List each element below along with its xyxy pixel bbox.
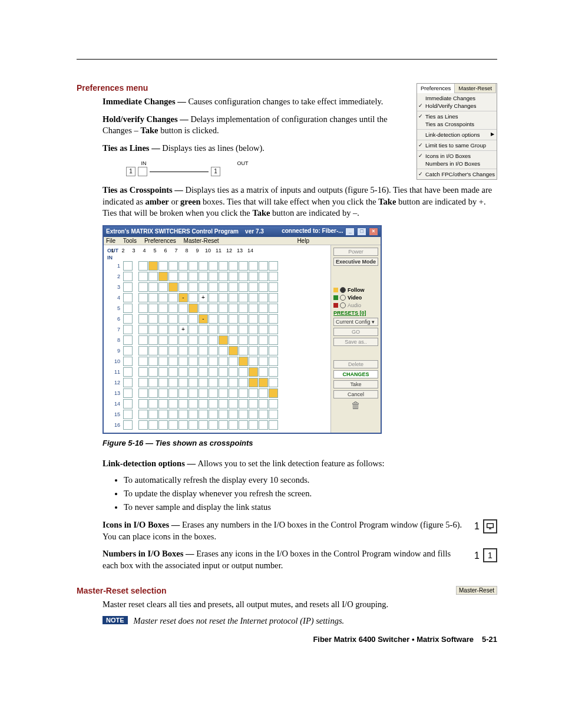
crosspoint-cell[interactable]	[178, 272, 188, 281]
crosspoint-cell[interactable]	[158, 357, 168, 366]
crosspoint-cell[interactable]	[148, 378, 158, 387]
crosspoint-cell[interactable]	[219, 420, 228, 430]
crosspoint-cell[interactable]	[158, 261, 168, 271]
tab-master-reset[interactable]: Master-Reset	[455, 84, 496, 93]
crosspoint-cell[interactable]	[168, 293, 178, 302]
crosspoint-cell[interactable]	[189, 357, 198, 366]
crosspoint-cell[interactable]	[239, 367, 248, 377]
crosspoint-cell[interactable]	[168, 410, 178, 419]
menu-master-reset[interactable]: Master-Reset	[184, 238, 219, 244]
crosspoint-cell[interactable]	[148, 335, 158, 345]
crosspoint-cell[interactable]	[249, 272, 258, 281]
crosspoint-cell[interactable]	[168, 282, 178, 292]
crosspoint-cell[interactable]	[219, 399, 228, 409]
crosspoint-cell[interactable]	[209, 410, 218, 419]
crosspoint-cell[interactable]	[259, 325, 268, 334]
prefs-item[interactable]: Immediate Changes	[417, 94, 497, 102]
crosspoint-cell[interactable]	[138, 410, 148, 419]
crosspoint-cell[interactable]	[199, 378, 208, 387]
crosspoint-cell[interactable]	[249, 367, 258, 377]
crosspoint-cell[interactable]	[259, 261, 268, 271]
crosspoint-cell[interactable]	[219, 357, 228, 366]
crosspoint-cell[interactable]	[239, 346, 248, 355]
crosspoint-cell[interactable]	[209, 261, 218, 271]
crosspoint-cell[interactable]	[249, 346, 258, 355]
crosspoint-cell[interactable]	[178, 304, 188, 313]
crosspoint-cell[interactable]	[259, 410, 268, 419]
crosspoint-cell[interactable]	[148, 325, 158, 334]
crosspoint-cell[interactable]	[138, 378, 148, 387]
crosspoint-cell[interactable]	[229, 304, 238, 313]
crosspoint-cell[interactable]	[239, 282, 248, 292]
crosspoint-cell[interactable]	[269, 378, 278, 387]
crosspoint-cell[interactable]	[219, 325, 228, 334]
crosspoint-cell[interactable]	[148, 367, 158, 377]
crosspoint-cell[interactable]	[199, 282, 208, 292]
crosspoint-cell[interactable]	[189, 378, 198, 387]
crosspoint-cell[interactable]	[148, 357, 158, 366]
crosspoint-cell[interactable]	[178, 282, 188, 292]
crosspoint-cell[interactable]	[229, 314, 238, 324]
audio-radio[interactable]: Audio	[333, 302, 378, 308]
crosspoint-cell[interactable]	[219, 272, 228, 281]
crosspoint-cell[interactable]	[269, 346, 278, 355]
crosspoint-cell[interactable]	[269, 367, 278, 377]
crosspoint-cell[interactable]	[189, 304, 198, 313]
crosspoint-cell[interactable]	[209, 325, 218, 334]
crosspoint-cell[interactable]	[148, 346, 158, 355]
crosspoint-cell[interactable]	[168, 420, 178, 430]
executive-mode-button[interactable]: Executive Mode	[333, 258, 378, 266]
close-icon[interactable]: ×	[369, 228, 378, 236]
crosspoint-cell[interactable]	[249, 378, 258, 387]
crosspoint-cell[interactable]	[148, 272, 158, 281]
crosspoint-cell[interactable]	[259, 346, 268, 355]
crosspoint-cell[interactable]	[229, 399, 238, 409]
crosspoint-cell[interactable]	[239, 335, 248, 345]
crosspoint-cell[interactable]	[269, 272, 278, 281]
crosspoint-cell[interactable]	[199, 420, 208, 430]
crosspoint-cell[interactable]	[239, 272, 248, 281]
cancel-button[interactable]: Cancel	[333, 390, 378, 398]
crosspoint-cell[interactable]	[249, 293, 258, 302]
crosspoint-cell[interactable]	[219, 367, 228, 377]
crosspoint-cell[interactable]	[209, 346, 218, 355]
prefs-item[interactable]: ✓Limit ties to same Group	[417, 141, 497, 149]
crosspoint-cell[interactable]	[209, 357, 218, 366]
crosspoint-cell[interactable]	[138, 335, 148, 345]
minimize-icon[interactable]: _	[345, 228, 355, 236]
crosspoint-cell[interactable]	[269, 388, 278, 398]
take-button[interactable]: Take	[333, 380, 378, 388]
crosspoint-cell[interactable]	[229, 261, 238, 271]
crosspoint-cell[interactable]	[168, 304, 178, 313]
crosspoint-cell[interactable]	[158, 325, 168, 334]
prefs-item[interactable]: ✓Ties as Lines	[417, 113, 497, 120]
crosspoint-cell[interactable]	[229, 335, 238, 345]
crosspoint-cell[interactable]	[259, 367, 268, 377]
crosspoint-cell[interactable]	[138, 346, 148, 355]
crosspoint-cell[interactable]	[158, 346, 168, 355]
crosspoint-cell[interactable]	[209, 399, 218, 409]
power-button[interactable]: Power	[333, 248, 378, 256]
crosspoint-cell[interactable]	[138, 272, 148, 281]
crosspoint-cell[interactable]	[189, 261, 198, 271]
crosspoint-cell[interactable]	[249, 420, 258, 430]
crosspoint-cell[interactable]	[239, 293, 248, 302]
crosspoint-cell[interactable]	[239, 399, 248, 409]
prefs-item[interactable]: ✓Catch FPC/other's Changes	[417, 170, 497, 178]
crosspoint-cell[interactable]	[229, 357, 238, 366]
crosspoint-cell[interactable]	[168, 378, 178, 387]
crosspoint-cell[interactable]	[219, 410, 228, 419]
crosspoint-cell[interactable]	[199, 335, 208, 345]
crosspoint-cell[interactable]	[189, 420, 198, 430]
crosspoint-cell[interactable]	[178, 346, 188, 355]
crosspoint-cell[interactable]	[178, 367, 188, 377]
tab-preferences[interactable]: Preferences	[417, 84, 455, 93]
crosspoint-cell[interactable]	[269, 357, 278, 366]
crosspoint-cell[interactable]	[219, 335, 228, 345]
crosspoint-cell[interactable]	[199, 410, 208, 419]
crosspoint-cell[interactable]	[229, 346, 238, 355]
crosspoint-cell[interactable]	[219, 346, 228, 355]
prefs-item[interactable]: Link-detection options▶	[417, 131, 497, 139]
crosspoint-cell[interactable]	[229, 282, 238, 292]
crosspoint-cell[interactable]	[249, 261, 258, 271]
